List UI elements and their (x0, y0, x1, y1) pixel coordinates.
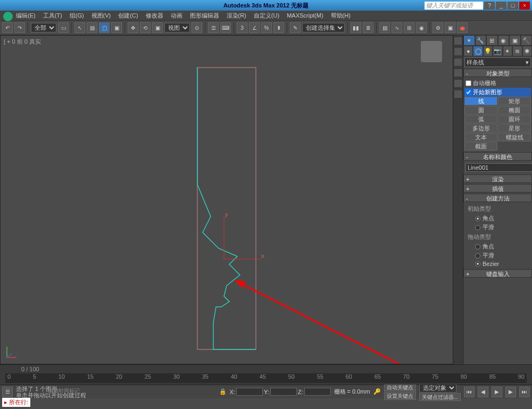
menu-edit[interactable]: 编辑(E) (16, 12, 36, 20)
play-next-button[interactable]: ▶ (505, 387, 516, 397)
maxscript-listener-button[interactable]: ☰ (2, 387, 13, 397)
rollout-render[interactable]: +渲染 (463, 174, 532, 183)
object-name-input[interactable] (466, 163, 532, 172)
render-frame-button[interactable]: ▣ (445, 22, 455, 33)
move-button[interactable]: ✥ (128, 22, 138, 33)
menu-group[interactable]: 组(G) (70, 12, 84, 20)
radio-drag-corner[interactable]: 角点 (464, 242, 531, 251)
select-name-button[interactable]: ▤ (87, 22, 97, 33)
nav-icon[interactable] (454, 59, 462, 66)
radio-drag-smooth[interactable]: 平滑 (464, 251, 531, 260)
undo-button[interactable]: ↶ (2, 22, 13, 33)
radio-init-corner[interactable]: 角点 (464, 214, 531, 223)
menu-create[interactable]: 创建(C) (118, 12, 138, 20)
selection-set-dropdown[interactable]: 全部 (31, 23, 56, 32)
btn-circle[interactable]: 圆 (464, 106, 497, 114)
nav-icon[interactable] (454, 48, 462, 55)
nav-icon[interactable] (454, 80, 462, 87)
menu-view[interactable]: 视图(V) (92, 12, 111, 20)
btn-section[interactable]: 截面 (464, 142, 497, 151)
tab-display[interactable]: ▣ (509, 35, 521, 46)
select-button[interactable]: ▭ (58, 22, 69, 33)
play-start-button[interactable]: ⏮ (464, 387, 475, 397)
coord-z-input[interactable] (304, 388, 331, 396)
align-button[interactable]: ≣ (363, 22, 373, 33)
schematic-button[interactable]: ⊞ (404, 22, 414, 33)
menu-help[interactable]: 帮助(H) (331, 12, 351, 20)
redo-button[interactable]: ↷ (14, 22, 25, 33)
coord-x-input[interactable] (236, 388, 263, 396)
pivot-button[interactable]: ⊙ (192, 22, 202, 33)
key-icon[interactable]: 🔑 (373, 388, 381, 395)
nav-icon[interactable] (454, 90, 462, 98)
tab-utilities[interactable]: 🔨 (521, 35, 533, 46)
angle-snap-toggle[interactable]: ∠ (249, 22, 260, 33)
coord-y-input[interactable] (270, 388, 297, 396)
viewport[interactable]: [ + 0 前 0 真实 y x (0, 35, 453, 364)
render-setup-button[interactable]: ⚙ (433, 22, 443, 33)
tab-hierarchy[interactable]: ⊞ (486, 35, 498, 46)
render-button[interactable]: 🫖 (457, 22, 468, 33)
autokey-button[interactable]: 自动关键点 (384, 383, 416, 391)
menu-maxscript[interactable]: MAXScript(M) (287, 12, 323, 19)
autogrid-checkbox[interactable] (466, 80, 471, 86)
shape-type-dropdown[interactable]: 样条线▾ (464, 57, 531, 67)
addtime-label[interactable]: 添加时间标记 (48, 387, 80, 395)
menu-modifiers[interactable]: 修改器 (146, 12, 163, 20)
rollout-objecttype[interactable]: -对象类型 (463, 69, 532, 77)
tab-create[interactable]: ✶ (463, 35, 475, 46)
maximize-button[interactable]: □ (508, 2, 518, 10)
cat-cameras[interactable]: 📷 (493, 46, 502, 56)
menu-grapheditor[interactable]: 图形编辑器 (190, 12, 219, 20)
spinner-snap-toggle[interactable]: ⬍ (273, 22, 284, 33)
btn-donut[interactable]: 圆环 (498, 115, 531, 123)
btn-text[interactable]: 文本 (464, 133, 497, 141)
cat-lights[interactable]: 💡 (483, 46, 493, 56)
search-input[interactable]: 键入关键字或短语 (425, 2, 483, 10)
nav-icon[interactable] (454, 37, 462, 45)
snap-toggle[interactable]: 3 (237, 22, 247, 33)
app-logo-icon[interactable] (3, 12, 13, 21)
tab-modify[interactable]: 🔧 (475, 35, 487, 46)
select-rect-button[interactable]: ▢ (99, 22, 110, 33)
radio-init-smooth[interactable]: 平滑 (464, 223, 531, 232)
nav-icon[interactable] (454, 69, 462, 77)
time-track[interactable]: 051015202530354045505560657075808590 (5, 373, 527, 383)
refcoord-dropdown[interactable]: 视图 (164, 23, 190, 32)
keyboard-shortcut-button[interactable]: ⌨ (220, 22, 231, 33)
rollout-namecolor[interactable]: -名称和颜色 (463, 152, 532, 161)
menu-animation[interactable]: 动画 (171, 12, 182, 20)
cursor-icon[interactable]: ↖ (74, 22, 85, 33)
play-end-button[interactable]: ⏭ (519, 387, 530, 397)
btn-ellipse[interactable]: 椭圆 (498, 106, 531, 114)
material-editor-button[interactable]: ◉ (416, 22, 427, 33)
cat-helpers[interactable]: ✦ (503, 46, 512, 56)
window-crossing-button[interactable]: ▣ (111, 22, 122, 33)
cat-shapes[interactable]: ◯ (473, 46, 483, 56)
scale-button[interactable]: ▣ (152, 22, 163, 33)
btn-star[interactable]: 星形 (498, 124, 531, 132)
minimize-button[interactable]: _ (496, 2, 506, 10)
rollout-keyboard[interactable]: +键盘输入 (463, 269, 532, 278)
cat-geometry[interactable]: ● (463, 46, 473, 56)
btn-helix[interactable]: 螺旋线 (498, 133, 531, 141)
btn-line[interactable]: 线 (464, 97, 497, 105)
startnew-checkbox[interactable] (466, 89, 471, 95)
btn-rectangle[interactable]: 矩形 (498, 97, 531, 105)
cat-systems[interactable]: ✱ (522, 46, 532, 56)
menu-render[interactable]: 渲染(R) (227, 12, 246, 20)
btn-arc[interactable]: 弧 (464, 115, 497, 123)
close-button[interactable]: × (519, 2, 530, 10)
percent-snap-toggle[interactable]: % (261, 22, 272, 33)
layer-button[interactable]: ▤ (379, 22, 390, 33)
mirror-button[interactable]: ▮▮ (351, 22, 361, 33)
edit-named-sel-button[interactable]: ✎ (290, 22, 301, 33)
rollout-interp[interactable]: +插值 (463, 184, 532, 193)
named-sel-dropdown[interactable]: 创建选择集 (302, 23, 345, 32)
curve-editor-button[interactable]: ∿ (392, 22, 402, 33)
rotate-button[interactable]: ⟲ (140, 22, 151, 33)
play-button[interactable]: ▶ (492, 387, 502, 397)
tab-motion[interactable]: ◉ (498, 35, 510, 46)
cat-spacewarps[interactable]: ≋ (512, 46, 522, 56)
rollout-method[interactable]: -创建方法 (463, 194, 532, 202)
